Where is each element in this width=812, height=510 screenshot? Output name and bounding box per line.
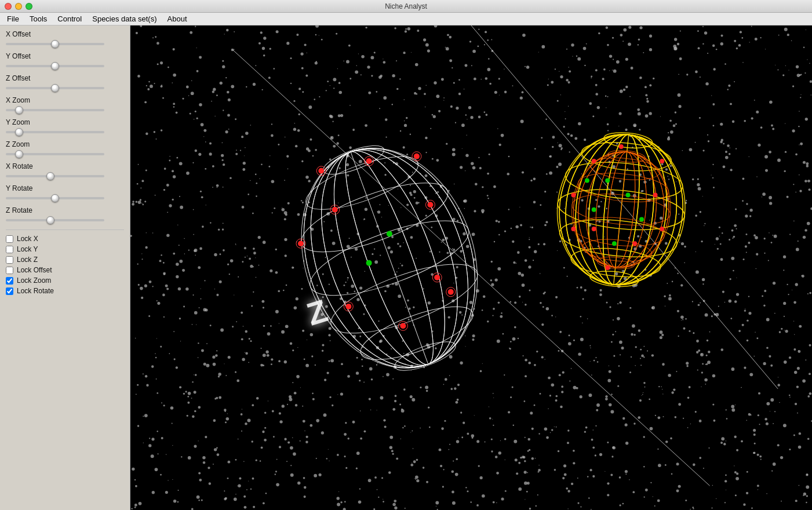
slider-group-x-offset: X Offset [6, 30, 124, 49]
maximize-button[interactable] [26, 3, 32, 10]
lock-offset-label: Lock Offset [17, 266, 52, 274]
slider-label-y-offset: Y Offset [6, 52, 124, 60]
slider-label-z-rotate: Z Rotate [6, 206, 124, 214]
menu-item-file[interactable]: File [2, 13, 24, 24]
window-controls[interactable] [5, 3, 32, 10]
lock-rotate-label: Lock Rotate [17, 287, 54, 295]
lock-y-checkbox[interactable] [6, 246, 13, 253]
minimize-button[interactable] [15, 3, 22, 10]
z-rotate-slider[interactable] [6, 219, 104, 221]
slider-track-x-rotate [6, 172, 124, 181]
slider-label-y-zoom: Y Zoom [6, 118, 124, 126]
menu-item-species-data-set(s)[interactable]: Species data set(s) [88, 13, 161, 24]
checkbox-group-lock-y: Lock Y [6, 245, 124, 253]
slider-label-y-rotate: Y Rotate [6, 184, 124, 192]
slider-label-x-offset: X Offset [6, 30, 124, 38]
z-zoom-slider[interactable] [6, 153, 104, 155]
x-offset-slider[interactable] [6, 43, 104, 45]
lock-z-label: Lock Z [17, 256, 38, 264]
slider-group-z-offset: Z Offset [6, 74, 124, 93]
slider-label-z-offset: Z Offset [6, 74, 124, 82]
slider-label-x-rotate: X Rotate [6, 162, 124, 170]
lock-zoom-checkbox[interactable] [6, 277, 13, 285]
close-button[interactable] [5, 3, 12, 10]
menu-item-control[interactable]: Control [53, 13, 86, 24]
y-zoom-slider[interactable] [6, 131, 104, 133]
menu-item-tools[interactable]: Tools [25, 13, 52, 24]
slider-group-y-rotate: Y Rotate [6, 184, 124, 203]
lock-offset-checkbox[interactable] [6, 267, 13, 274]
slider-track-x-offset [6, 39, 124, 49]
viz-svg [130, 26, 812, 510]
lock-rotate-checkbox[interactable] [6, 287, 13, 295]
slider-group-z-zoom: Z Zoom [6, 140, 124, 159]
menubar: FileToolsControlSpecies data set(s)About [0, 13, 812, 26]
titlebar: Niche Analyst [0, 0, 812, 13]
slider-track-z-rotate [6, 216, 124, 225]
lock-x-checkbox[interactable] [6, 235, 13, 243]
slider-track-y-rotate [6, 194, 124, 203]
slider-group-y-zoom: Y Zoom [6, 118, 124, 137]
x-zoom-slider[interactable] [6, 109, 104, 111]
lock-y-label: Lock Y [17, 245, 38, 253]
slider-label-z-zoom: Z Zoom [6, 140, 124, 148]
slider-group-y-offset: Y Offset [6, 52, 124, 71]
left-panel: X OffsetY OffsetZ OffsetX ZoomY ZoomZ Zo… [0, 26, 130, 510]
slider-group-z-rotate: Z Rotate [6, 206, 124, 225]
checkbox-group-lock-offset: Lock Offset [6, 266, 124, 274]
lock-zoom-label: Lock Zoom [17, 276, 51, 285]
slider-label-x-zoom: X Zoom [6, 96, 124, 104]
main-layout: X OffsetY OffsetZ OffsetX ZoomY ZoomZ Zo… [0, 26, 812, 510]
y-offset-slider[interactable] [6, 65, 104, 67]
app-title: Niche Analyst [385, 2, 427, 10]
lock-z-checkbox[interactable] [6, 256, 13, 264]
visualization-area[interactable] [130, 26, 812, 510]
sliders-container: X OffsetY OffsetZ OffsetX ZoomY ZoomZ Zo… [6, 30, 124, 225]
checkbox-group-lock-rotate: Lock Rotate [6, 287, 124, 295]
checkbox-group-lock-x: Lock X [6, 235, 124, 243]
z-offset-slider[interactable] [6, 87, 104, 89]
slider-group-x-rotate: X Rotate [6, 162, 124, 181]
y-rotate-slider[interactable] [6, 197, 104, 199]
slider-track-z-offset [6, 83, 124, 93]
slider-track-z-zoom [6, 150, 124, 159]
divider [6, 230, 124, 230]
slider-track-x-zoom [6, 105, 124, 115]
x-rotate-slider[interactable] [6, 175, 104, 177]
menu-item-about[interactable]: About [163, 13, 192, 24]
slider-group-x-zoom: X Zoom [6, 96, 124, 115]
checkbox-group-lock-z: Lock Z [6, 256, 124, 264]
slider-track-y-offset [6, 61, 124, 71]
checkboxes-container: Lock XLock YLock ZLock OffsetLock ZoomLo… [6, 235, 124, 295]
slider-track-y-zoom [6, 128, 124, 137]
lock-x-label: Lock X [17, 235, 38, 243]
checkbox-group-lock-zoom: Lock Zoom [6, 276, 124, 285]
